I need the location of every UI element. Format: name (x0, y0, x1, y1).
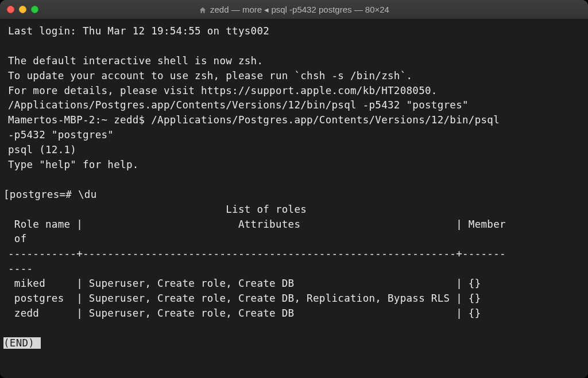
pager-end-marker: (END) (3, 337, 34, 349)
minimize-button[interactable] (19, 6, 26, 13)
shell-prompt-line1: Mamertos-MBP-2:~ zedd$ /Applications/Pos… (8, 114, 500, 126)
table-row: postgres | Superuser, Create role, Creat… (8, 293, 481, 304)
shell-prompt-line2: -p5432 "postgres" (8, 129, 114, 141)
cmd-path-1: /Applications/Postgres.app/Contents/Vers… (8, 99, 469, 111)
last-login-line: Last login: Thu Mar 12 19:54:55 on ttys0… (8, 25, 269, 37)
roles-header2: of (8, 233, 27, 244)
close-button[interactable] (7, 6, 14, 13)
zsh-line3: For more details, please visit https://s… (8, 85, 438, 96)
psql-prompt: [postgres=# \du (3, 189, 97, 200)
home-icon (199, 6, 207, 14)
psql-help: Type "help" for help. (8, 159, 139, 170)
maximize-button[interactable] (31, 6, 38, 13)
window-buttons (7, 6, 38, 13)
cursor-block (34, 337, 41, 349)
table-row: zedd | Superuser, Create role, Create DB… (8, 307, 481, 319)
roles-title: List of roles (8, 204, 307, 215)
roles-header1: Role name | Attributes | Member (8, 219, 506, 230)
table-row: miked | Superuser, Create role, Create D… (8, 278, 481, 289)
terminal-body[interactable]: Last login: Thu Mar 12 19:54:55 on ttys0… (0, 20, 588, 378)
window-title: zedd — more ◂ psql -p5432 postgres — 80×… (210, 5, 389, 15)
titlebar[interactable]: zedd — more ◂ psql -p5432 postgres — 80×… (0, 0, 588, 20)
psql-version: psql (12.1) (8, 144, 76, 155)
zsh-line2: To update your account to use zsh, pleas… (8, 70, 412, 81)
roles-divider2: ---- (8, 263, 33, 274)
zsh-line1: The default interactive shell is now zsh… (8, 55, 263, 67)
terminal-window: zedd — more ◂ psql -p5432 postgres — 80×… (0, 0, 588, 378)
roles-divider: -----------+----------------------------… (8, 248, 506, 259)
